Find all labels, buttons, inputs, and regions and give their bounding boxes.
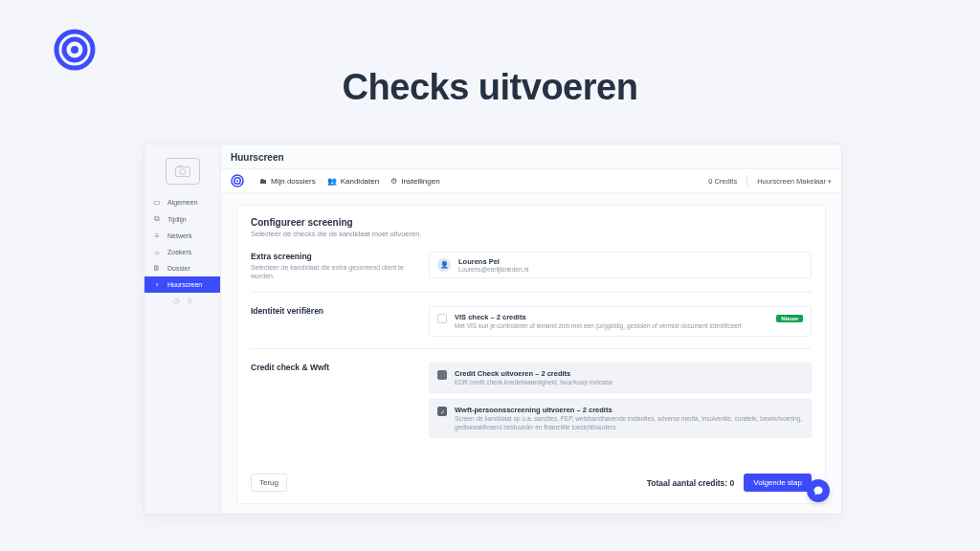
- option-title: Wwft-persoonsscreening uitvoeren – 2 cre…: [455, 406, 803, 414]
- candidate-name: Lourens Pel: [458, 257, 803, 266]
- camera-icon: [175, 165, 190, 177]
- timeline-icon: ⧉: [152, 214, 162, 224]
- total-label: Totaal aantal credits:: [647, 478, 727, 488]
- target-icon: [54, 29, 96, 71]
- list-icon: ≡: [152, 231, 162, 240]
- card-title: Configureer screening: [251, 217, 812, 228]
- user-menu[interactable]: Huurscreen Makelaar ▾: [757, 177, 832, 186]
- option-wwft-screening[interactable]: ✓ Wwft-persoonsscreening uitvoeren – 2 c…: [429, 399, 812, 437]
- section-desc: Selecteer de kandidaat die extra gescree…: [251, 263, 413, 280]
- candidate-card[interactable]: 👤 Lourens Pel Lourens@eerlijkbieden.nl: [429, 252, 812, 278]
- sidebar-item-label: Huurscreen: [167, 281, 202, 288]
- back-button[interactable]: Terug: [251, 474, 287, 492]
- sidebar-item-tijdlijn[interactable]: ⧉ Tijdlijn: [145, 210, 220, 228]
- app-logo[interactable]: [231, 174, 244, 187]
- option-desc: Screen de kandidaat op o.a. sancties, PE…: [455, 415, 803, 430]
- section-credit-wwft: Credit check & Wwft Credit Check uitvoer…: [251, 363, 812, 437]
- nav-label: Mijn dossiers: [271, 177, 316, 186]
- section-title: Extra screening: [251, 252, 413, 261]
- option-title: Credit Check uitvoeren – 2 credits: [455, 369, 803, 378]
- card-footer: Terug Totaal aantal credits: 0 Volgende …: [251, 464, 812, 492]
- people-icon: 👥: [327, 177, 337, 186]
- divider: [746, 175, 747, 187]
- sidebar-item-label: Dossier: [167, 265, 190, 272]
- card-subtitle: Selecteer de checks die de kandidaat moe…: [251, 230, 812, 238]
- sidebar-item-netwerk[interactable]: ≡ Netwerk: [145, 228, 220, 244]
- app-name: Huurscreen: [221, 144, 841, 168]
- sidebar-item-label: Algemeen: [167, 199, 198, 206]
- topbar: 🖿 Mijn dossiers 👥 Kandidaten ⚙ Instellin…: [221, 168, 841, 193]
- svg-point-8: [236, 180, 238, 182]
- option-credit-check[interactable]: Credit Check uitvoeren – 2 credits EDR c…: [429, 363, 812, 393]
- sidebar-item-label: Tijdlijn: [167, 216, 187, 223]
- checkbox[interactable]: [437, 370, 447, 380]
- option-desc: EDR credit check kredietwaardigheid, huu…: [455, 379, 803, 386]
- main: Huurscreen 🖿 Mijn dossiers 👥 Kandidaten: [221, 144, 841, 514]
- sidebar-item-dossier[interactable]: 🗎 Dossier: [145, 260, 220, 276]
- sidebar-item-label: Zoekers: [167, 249, 191, 255]
- checkbox[interactable]: [437, 314, 447, 323]
- total-credits: Totaal aantal credits: 0: [647, 478, 735, 488]
- section-title: Identiteit verifiëren: [251, 306, 413, 316]
- page-title: Checks uitvoeren: [0, 67, 980, 108]
- link-icon[interactable]: ⎋: [188, 297, 192, 305]
- total-value: 0: [730, 478, 735, 488]
- chevron-down-icon: ▾: [828, 178, 832, 185]
- new-badge: Nieuw: [776, 315, 803, 322]
- divider: [251, 292, 812, 293]
- option-title: VIS check – 2 credits: [455, 313, 803, 321]
- section-title: Credit check & Wwft: [251, 363, 413, 372]
- sidebar-item-zoekers[interactable]: ⌕ Zoekers: [145, 244, 220, 260]
- topbar-nav: 🖿 Mijn dossiers 👥 Kandidaten ⚙ Instellin…: [259, 177, 440, 186]
- nav-label: Kandidaten: [341, 177, 379, 186]
- svg-point-4: [180, 169, 186, 175]
- folder-outline-icon: ▭: [152, 198, 162, 207]
- nav-dossiers[interactable]: 🖿 Mijn dossiers: [259, 177, 316, 186]
- section-identity: Identiteit verifiëren VIS check – 2 cred…: [251, 306, 812, 337]
- svg-rect-5: [179, 165, 183, 167]
- sidebar-item-algemeen[interactable]: ▭ Algemeen: [145, 194, 220, 210]
- sidebar: ▭ Algemeen ⧉ Tijdlijn ≡ Netwerk ⌕ Zoeker…: [145, 144, 221, 514]
- sidebar-placeholder: [145, 152, 220, 194]
- app-window: ▭ Algemeen ⧉ Tijdlijn ≡ Netwerk ⌕ Zoeker…: [144, 143, 842, 515]
- help-fab[interactable]: [807, 479, 830, 502]
- sidebar-item-huurscreen[interactable]: › Huurscreen: [145, 276, 220, 293]
- option-desc: Met VIS kun je controleren of iemand zic…: [455, 322, 803, 330]
- sidebar-item-label: Netwerk: [167, 232, 192, 239]
- sidebar-tools: ◷ ⎋: [145, 297, 220, 305]
- folder-icon: 🖿: [259, 177, 267, 186]
- candidate-email: Lourens@eerlijkbieden.nl: [458, 266, 803, 273]
- checkbox[interactable]: ✓: [437, 407, 447, 416]
- file-icon: 🗎: [152, 264, 162, 273]
- next-button[interactable]: Volgende stap: [744, 474, 812, 492]
- divider: [251, 348, 812, 349]
- nav-kandidaten[interactable]: 👥 Kandidaten: [327, 177, 379, 186]
- config-card: Configureer screening Selecteer de check…: [236, 205, 826, 504]
- nav-instellingen[interactable]: ⚙ Instellingen: [390, 177, 439, 186]
- brand-logo: [54, 29, 96, 71]
- chat-icon: [813, 485, 824, 496]
- option-vis-check[interactable]: VIS check – 2 credits Met VIS kun je con…: [429, 306, 812, 337]
- avatar-icon: 👤: [437, 258, 451, 272]
- svg-point-2: [71, 46, 78, 54]
- section-extra-screening: Extra screening Selecteer de kandidaat d…: [251, 252, 812, 280]
- chevron-right-icon: ›: [152, 280, 162, 289]
- clock-icon[interactable]: ◷: [173, 297, 180, 305]
- gear-icon: ⚙: [390, 177, 397, 186]
- nav-label: Instellingen: [401, 177, 439, 186]
- content: Configureer screening Selecteer de check…: [221, 193, 841, 514]
- user-name: Huurscreen Makelaar: [757, 177, 826, 186]
- credits-label[interactable]: 0 Credits: [708, 177, 737, 186]
- search-icon: ⌕: [152, 248, 162, 256]
